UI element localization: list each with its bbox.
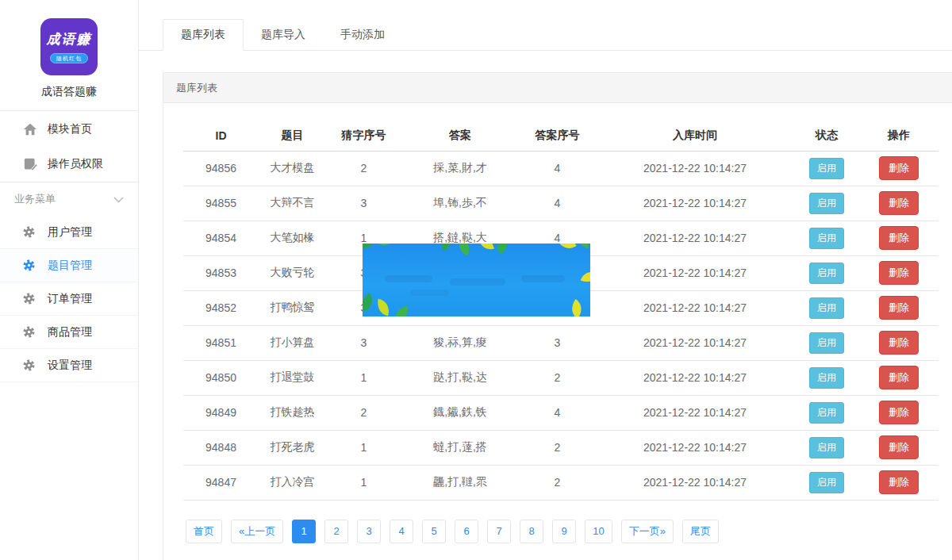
sidebar-menu-item-label: 商品管理 [48,325,92,339]
enable-status-button[interactable]: 启用 [809,158,844,179]
cell-id: 94852 [183,290,259,325]
delete-button[interactable]: 删除 [879,261,919,285]
table-row: 94856 大才模盘 2 採,菜,財,才 4 2021-12-22 10:14:… [183,151,939,186]
panel-header: 题库列表 [163,73,952,103]
delete-button[interactable]: 删除 [879,401,919,424]
sidebar-menu-item-label: 订单管理 [48,292,92,306]
sidebar-item-operator-permission[interactable]: 操作员权限 [0,147,138,182]
logo-block: 成语赚 随机红包 成语答题赚 [0,0,138,111]
pagination-page-button[interactable]: 1 [292,520,316,543]
game-banner-overlay-image [363,244,590,316]
pagination-page-button[interactable]: 4 [390,520,413,543]
cell-title: 大败亏轮 [259,255,326,290]
delete-button[interactable]: 删除 [879,191,919,215]
enable-status-button[interactable]: 启用 [809,402,844,424]
sidebar-menu-item[interactable]: 用户管理 [0,216,138,249]
cell-answer: 埠,钸,歩,不 [401,186,519,221]
table-header-row: ID 题目 猜字序号 答案 答案序号 入库时间 状态 操作 [183,121,939,151]
cell-answer-no: 2 [519,430,596,465]
cell-answer-no: 4 [519,151,596,186]
gear-icon [22,359,36,373]
cell-status: 启用 [794,430,859,465]
pagination-page-button[interactable]: 2 [324,520,348,543]
tab[interactable]: 题库导入 [244,19,323,51]
delete-button[interactable]: 删除 [879,470,919,494]
sidebar-section-business-menu[interactable]: 业务菜单 [0,182,138,216]
col-header-action: 操作 [859,121,939,151]
cell-action: 删除 [859,186,939,221]
sidebar-menu-item-label: 设置管理 [48,359,92,373]
section-label: 业务菜单 [14,192,56,206]
sidebar-menu-item[interactable]: 商品管理 [0,316,138,349]
tab[interactable]: 手动添加 [323,19,402,51]
cell-title: 打铁趁热 [259,395,326,430]
enable-status-button[interactable]: 启用 [809,297,844,319]
cell-answer-no: 4 [519,395,596,430]
cell-time: 2021-12-22 10:14:27 [596,255,794,290]
enable-status-button[interactable]: 启用 [809,472,844,493]
cell-answer-no: 2 [519,360,596,395]
cell-action: 删除 [859,151,939,186]
cell-id: 94853 [183,255,259,290]
table-body: 94856 大才模盘 2 採,菜,財,才 4 2021-12-22 10:14:… [183,151,939,500]
pagination-page-button[interactable]: 8 [520,520,543,543]
cell-status: 启用 [794,325,859,360]
cell-id: 94847 [183,465,259,500]
table-row: 94851 打小算盘 3 狻,祘,算,痠 3 2021-12-22 10:14:… [183,325,939,360]
pagination-page-button[interactable]: 9 [552,520,576,543]
delete-button[interactable]: 删除 [879,296,919,320]
cell-id: 94851 [183,325,259,360]
enable-status-button[interactable]: 启用 [809,228,844,249]
pagination-first-button[interactable]: 首页 [186,520,222,543]
document-edit-icon [22,156,38,172]
delete-button[interactable]: 删除 [879,366,919,389]
pagination-next-button[interactable]: 下一页» [621,520,674,543]
enable-status-button[interactable]: 启用 [809,193,844,214]
cell-guess-no: 1 [326,430,401,465]
cell-time: 2021-12-22 10:14:27 [596,465,794,500]
tab-label: 手动添加 [340,28,385,42]
enable-status-button[interactable]: 启用 [809,437,844,458]
cell-status: 启用 [794,221,859,255]
logo-badge: 随机红包 [50,53,88,63]
sidebar-menu-item-label: 题目管理 [48,259,92,273]
pagination-page-button[interactable]: 5 [422,520,446,543]
cell-time: 2021-12-22 10:14:27 [596,325,794,360]
pagination-prev-button[interactable]: «上一页 [231,520,283,543]
tab[interactable]: 题库列表 [163,19,244,51]
logo-text: 成语赚 [47,30,92,48]
cell-guess-no: 3 [326,186,401,221]
cell-action: 删除 [859,325,939,360]
tab-bar: 题库列表 题库导入 手动添加 [139,0,952,51]
pagination-page-button[interactable]: 7 [487,520,511,543]
delete-button[interactable]: 删除 [879,156,919,180]
sidebar-item-module-home[interactable]: 模块首页 [0,111,138,147]
cell-action: 删除 [859,360,939,395]
pagination-page-button[interactable]: 10 [585,520,612,543]
cell-answer: 跶,打,鞑,达 [401,360,519,395]
leaves-decoration [363,244,590,316]
cell-answer: 狻,祘,算,痠 [401,325,519,360]
sidebar-menu-item[interactable]: 题目管理 [0,249,138,282]
sidebar-menu-item[interactable]: 设置管理 [0,349,138,382]
cell-guess-no: 2 [326,151,401,186]
enable-status-button[interactable]: 启用 [809,367,844,389]
pagination-page-button[interactable]: 3 [357,520,381,543]
sidebar-menu-item[interactable]: 订单管理 [0,282,138,316]
delete-button[interactable]: 删除 [879,331,919,355]
sidebar-menu: 用户管理 题目管理 订单 [0,216,138,382]
cell-id: 94855 [183,186,259,221]
sidebar-item-label: 模块首页 [48,122,92,136]
delete-button[interactable]: 删除 [879,226,919,250]
pagination-page-button[interactable]: 6 [455,520,478,543]
cell-guess-no: 2 [326,395,401,430]
cell-answer: 鐡,䥫,鉄,铁 [401,395,519,430]
cell-time: 2021-12-22 10:14:27 [596,430,794,465]
enable-status-button[interactable]: 启用 [809,263,844,284]
gear-icon [22,325,36,339]
delete-button[interactable]: 删除 [879,435,919,459]
enable-status-button[interactable]: 启用 [809,332,844,354]
pagination-last-button[interactable]: 尾页 [682,520,719,543]
table-row: 94847 打入冷宫 1 龘,打,韃,眔 2 2021-12-22 10:14:… [183,465,939,500]
cell-guess-no: 1 [326,465,401,500]
